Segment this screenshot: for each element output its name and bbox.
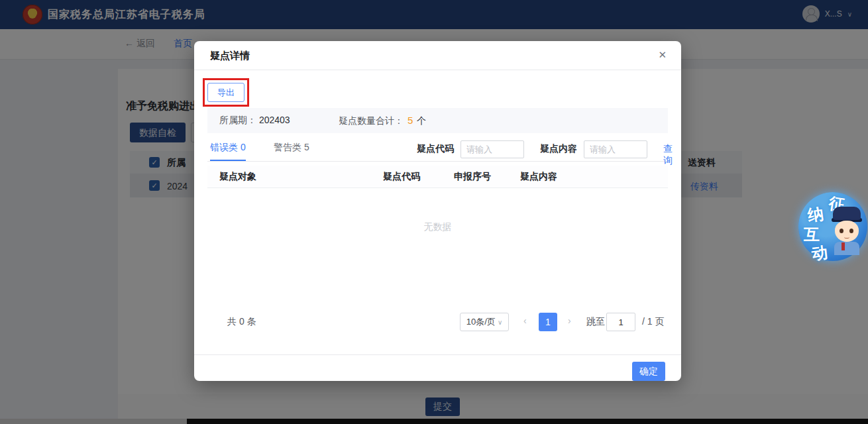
tax-officer-cartoon [830,207,863,256]
period-field: 所属期： 202403 [219,115,290,127]
prev-page-button[interactable]: ‹ [523,315,527,326]
col-doubt-code: 疑点代码 [383,171,420,183]
total-pages-text: / 1 页 [642,316,664,328]
doubt-table-header: 疑点对象 疑点代码 申报序号 疑点内容 [207,166,668,188]
period-value: 202403 [259,115,290,125]
doubt-count-value: 5 [407,115,413,126]
confirm-button[interactable]: 确定 [632,362,665,381]
modal-footer: 确定 [194,354,681,381]
modal-header: 疑点详情 ✕ [194,41,681,70]
export-button[interactable]: 导出 [207,83,244,102]
current-page-button[interactable]: 1 [539,313,557,331]
modal-title: 疑点详情 [210,50,250,62]
tab-warning-class[interactable]: 警告类 5 [274,142,309,154]
tabs-row: 错误类 0 警告类 5 疑点代码 疑点内容 查询 [207,139,668,162]
close-icon[interactable]: ✕ [658,49,667,61]
doubt-content-input[interactable] [584,140,647,158]
pagination-total: 共 0 条 [227,316,256,328]
tab-error-class[interactable]: 错误类 0 [210,142,246,161]
chevron-down-icon: ∨ [498,319,502,326]
pagination: 共 0 条 10条/页∨ ‹ 1 › 跳至 / 1 页 [207,311,668,333]
col-doubt-content: 疑点内容 [520,171,557,183]
col-declare-serial: 申报序号 [454,171,491,183]
doubt-code-label: 疑点代码 [417,143,454,155]
query-button[interactable]: 查询 [663,143,673,167]
doubt-count-unit: 个 [417,115,426,126]
page-size-select[interactable]: 10条/页∨ [460,313,509,331]
jump-to-label: 跳至 [586,316,605,328]
period-label: 所属期： [219,115,256,125]
col-doubt-object: 疑点对象 [219,171,256,183]
doubt-count-label: 疑点数量合计： [339,115,404,126]
page: 国家税务总局江苏省电子税务局 X...S ∨ ← 返回 首页 准予免税购进出 数… [0,0,868,424]
jump-to-input[interactable] [606,313,635,331]
mascot-char: 纳 [806,203,825,226]
doubt-count-field: 疑点数量合计： 5 个 [339,115,426,127]
tax-interaction-mascot-button[interactable]: 征 纳 互 动 [798,192,867,261]
doubt-details-modal: 疑点详情 ✕ 导出 所属期： 202403 疑点数量合计： 5 个 错误类 0 … [194,41,681,381]
doubt-code-input[interactable] [461,140,524,158]
empty-state-text: 无数据 [194,221,681,233]
next-page-button[interactable]: › [568,315,571,326]
mascot-char: 动 [810,242,828,264]
doubt-content-label: 疑点内容 [540,143,577,155]
info-bar: 所属期： 202403 疑点数量合计： 5 个 [207,108,668,133]
